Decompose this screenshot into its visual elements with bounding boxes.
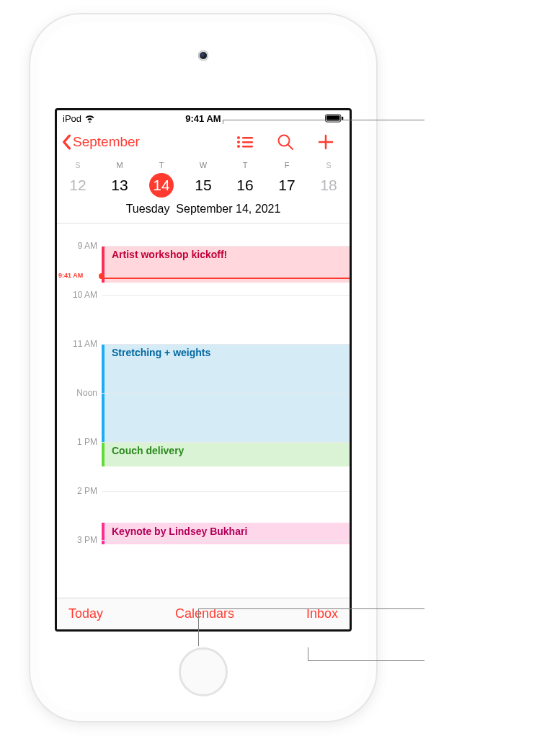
callout-line — [308, 660, 425, 661]
events-area: Artist workshop kickoff!Stretching + wei… — [102, 223, 350, 598]
current-time-rule — [100, 278, 350, 279]
weekday-letter: M — [99, 161, 141, 169]
weekday-letter: W — [182, 161, 224, 169]
full-date: September 14, 2021 — [176, 203, 280, 215]
list-icon — [236, 135, 254, 149]
hour-line — [102, 393, 350, 394]
svg-point-9 — [279, 136, 290, 146]
nav-bar: September — [57, 126, 350, 158]
day-number[interactable]: 18 — [308, 172, 350, 198]
callout-line — [223, 120, 425, 120]
plus-icon — [318, 134, 334, 150]
hour-line — [102, 295, 350, 296]
wifi-icon — [84, 114, 95, 123]
svg-point-7 — [237, 145, 240, 148]
callout-line — [198, 608, 199, 646]
timeline[interactable]: 9 AM10 AM11 AMNoon1 PM2 PM3 PM Artist wo… — [57, 223, 350, 598]
weekday-letter: F — [266, 161, 308, 169]
hour-label: 2 PM — [77, 486, 97, 496]
carrier-label: iPod — [63, 113, 81, 124]
svg-point-5 — [237, 141, 240, 143]
home-button[interactable] — [179, 647, 228, 696]
add-button[interactable] — [316, 133, 335, 151]
day-number[interactable]: 12 — [57, 172, 99, 198]
hour-label: Noon — [76, 388, 97, 398]
device-frame: iPod 9:41 AM September — [30, 14, 376, 721]
search-icon — [277, 133, 294, 151]
current-time-label: 9:41 AM — [58, 272, 85, 279]
hour-label: 10 AM — [73, 290, 97, 300]
today-button[interactable]: Today — [68, 606, 103, 621]
battery-icon — [325, 114, 344, 123]
calendar-event[interactable]: Artist workshop kickoff! — [102, 246, 350, 283]
callout-line — [198, 608, 425, 609]
back-label: September — [73, 134, 140, 150]
calendar-event[interactable]: Couch delivery — [102, 442, 350, 466]
date-heading: Tuesday September 14, 2021 — [57, 198, 350, 223]
toolbar: Today Calendars Inbox — [57, 598, 350, 629]
hour-line — [102, 442, 350, 443]
svg-line-10 — [288, 145, 293, 149]
status-bar: iPod 9:41 AM — [57, 110, 350, 126]
screen: iPod 9:41 AM September — [55, 108, 352, 632]
svg-rect-8 — [242, 146, 253, 147]
day-number[interactable]: 15 — [182, 172, 224, 198]
day-number[interactable]: 14 — [141, 172, 182, 198]
day-number[interactable]: 16 — [224, 172, 266, 198]
hour-line — [102, 540, 350, 541]
hour-line — [102, 491, 350, 492]
status-time: 9:41 AM — [57, 113, 350, 124]
calendar-event[interactable]: Keynote by Lindsey Bukhari — [102, 523, 350, 544]
callout-line — [308, 647, 308, 660]
camera-icon — [198, 50, 208, 61]
weekday-letter: T — [141, 161, 182, 169]
hour-label: 9 AM — [78, 241, 97, 251]
weekday-letter: S — [57, 161, 99, 169]
weekday-letter: T — [224, 161, 266, 169]
week-header: SMTWTFS 12131415161718 Tuesday September… — [57, 158, 350, 223]
svg-point-3 — [237, 136, 240, 139]
hour-line — [102, 246, 350, 247]
search-button[interactable] — [276, 133, 295, 151]
back-button[interactable]: September — [61, 134, 140, 150]
time-gutter: 9 AM10 AM11 AMNoon1 PM2 PM3 PM — [57, 223, 102, 598]
day-number[interactable]: 13 — [99, 172, 141, 198]
weekday-name: Tuesday — [126, 203, 170, 215]
hour-line — [102, 344, 350, 345]
weekday-letter: S — [308, 161, 350, 169]
day-number[interactable]: 17 — [266, 172, 308, 198]
svg-rect-6 — [242, 141, 253, 143]
chevron-left-icon — [61, 134, 71, 150]
hour-label: 3 PM — [77, 535, 97, 545]
list-view-button[interactable] — [236, 133, 254, 151]
svg-rect-4 — [242, 137, 253, 138]
hour-label: 11 AM — [73, 339, 97, 349]
hour-label: 1 PM — [77, 437, 97, 447]
